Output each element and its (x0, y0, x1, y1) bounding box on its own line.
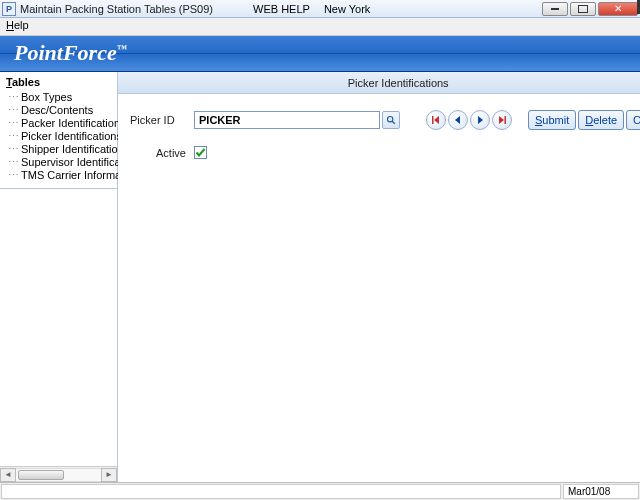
active-checkbox[interactable] (194, 146, 207, 159)
content-header: Picker Identifications (118, 72, 640, 94)
lookup-button[interactable] (382, 111, 400, 129)
nav-first-button[interactable] (426, 110, 446, 130)
sidebar-hscrollbar[interactable]: ◄ ► (0, 466, 117, 482)
scroll-right-icon[interactable]: ► (101, 468, 117, 482)
sidebar-title: Tables (0, 72, 117, 90)
active-label: Active (130, 147, 194, 159)
svg-rect-7 (505, 116, 507, 124)
prev-record-icon (453, 115, 463, 125)
sidebar-item-picker-id[interactable]: ⋯Picker Identifications (6, 130, 117, 143)
checkmark-icon (195, 147, 206, 158)
last-record-icon (497, 115, 507, 125)
window-titlebar: P Maintain Packing Station Tables (PS09)… (0, 0, 640, 18)
brand-banner: PointForce™ (0, 36, 640, 72)
svg-marker-5 (478, 116, 483, 124)
status-message (1, 484, 561, 499)
svg-rect-2 (432, 116, 434, 124)
statusbar: Mar01/08 (0, 482, 640, 500)
close-button[interactable]: ✕ (598, 2, 638, 16)
app-icon: P (2, 2, 16, 16)
window-title: Maintain Packing Station Tables (PS09) (20, 3, 213, 15)
svg-marker-3 (434, 116, 439, 124)
webhelp-label[interactable]: WEB HELP (253, 3, 310, 15)
location-label: New York (324, 3, 370, 15)
sidebar-item-packer-id[interactable]: ⋯Packer Identifications (6, 117, 117, 130)
sidebar: Tables ⋯Box Types ⋯Desc/Contents ⋯Packer… (0, 72, 118, 482)
picker-id-input[interactable] (194, 111, 380, 129)
sidebar-item-tms-carrier[interactable]: ⋯TMS Carrier Information (6, 169, 117, 182)
svg-line-1 (392, 121, 395, 124)
delete-button[interactable]: Delete (578, 110, 624, 130)
clear-button[interactable]: Clear (626, 110, 640, 130)
nav-prev-button[interactable] (448, 110, 468, 130)
nav-last-button[interactable] (492, 110, 512, 130)
nav-next-button[interactable] (470, 110, 490, 130)
scroll-left-icon[interactable]: ◄ (0, 468, 16, 482)
svg-marker-6 (499, 116, 504, 124)
minimize-button[interactable] (542, 2, 568, 16)
brand-logo: PointForce™ (14, 40, 127, 66)
sidebar-item-supervisor-id[interactable]: ⋯Supervisor Identifications (6, 156, 117, 169)
sidebar-item-desc-contents[interactable]: ⋯Desc/Contents (6, 104, 117, 117)
status-date: Mar01/08 (563, 484, 639, 499)
menu-help[interactable]: Help (6, 19, 29, 31)
scroll-thumb[interactable] (18, 470, 64, 480)
maximize-button[interactable] (570, 2, 596, 16)
first-record-icon (431, 115, 441, 125)
sidebar-item-shipper-id[interactable]: ⋯Shipper Identifications (6, 143, 117, 156)
svg-point-0 (388, 117, 393, 122)
svg-marker-4 (455, 116, 460, 124)
content-pane: Picker Identifications Picker ID (118, 72, 640, 482)
search-icon (386, 115, 396, 125)
submit-button[interactable]: Submit (528, 110, 576, 130)
sidebar-tree: ⋯Box Types ⋯Desc/Contents ⋯Packer Identi… (0, 90, 117, 188)
sidebar-item-box-types[interactable]: ⋯Box Types (6, 91, 117, 104)
next-record-icon (475, 115, 485, 125)
menubar: Help (0, 18, 640, 36)
picker-id-label: Picker ID (130, 114, 194, 126)
